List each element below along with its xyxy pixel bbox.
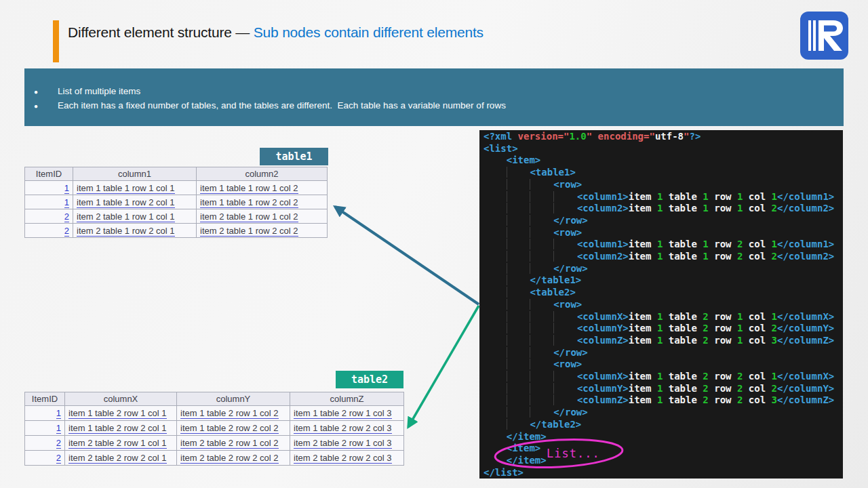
bullet-icon: ● — [34, 100, 58, 113]
data-cell: item 2 table 1 row 1 col 2 — [197, 209, 328, 224]
code-line: </list> — [484, 467, 843, 479]
data-cell: item 1 table 2 row 1 col 2 — [177, 406, 290, 421]
code-line: </item> — [484, 431, 843, 443]
table-row: 2item 2 table 1 row 1 col 1item 2 table … — [25, 209, 328, 224]
code-line: <columnZ>item 1 table 2 row 1 col 3</col… — [484, 335, 843, 347]
table-row: 2item 2 table 1 row 2 col 1item 2 table … — [25, 224, 328, 238]
table-row: 1item 1 table 1 row 1 col 1item 1 table … — [25, 181, 328, 195]
code-line: </row> — [484, 407, 843, 419]
code-line: </row> — [484, 215, 843, 227]
item-id-cell: 1 — [25, 195, 73, 209]
data-cell: item 1 table 2 row 2 col 1 — [65, 421, 177, 436]
data-cell: item 1 table 2 row 2 col 3 — [290, 421, 404, 436]
xml-code-panel: <?xml version="1.0" encoding="utf-8"?><l… — [479, 130, 843, 479]
code-line: <row> — [484, 299, 843, 311]
code-line: </row> — [484, 263, 843, 275]
code-line: <list> — [484, 143, 843, 155]
bullet-item: ● List of multiple items — [34, 85, 844, 99]
table-row: 1item 1 table 1 row 2 col 1item 1 table … — [25, 195, 328, 209]
data-cell: item 1 table 1 row 1 col 1 — [73, 181, 197, 195]
slide-title-main: Different element structure — — [68, 24, 254, 40]
code-line: </row> — [484, 347, 843, 359]
column-header: ItemID — [25, 392, 65, 406]
table2-grid: ItemIDcolumnXcolumnYcolumnZ1item 1 table… — [24, 392, 404, 466]
code-line: <row> — [484, 359, 843, 371]
logo-bar-icon — [813, 20, 816, 51]
column-header: column1 — [73, 167, 197, 181]
column-header: ItemID — [25, 167, 73, 181]
item-id-cell: 1 — [25, 181, 73, 195]
code-line: <?xml version="1.0" encoding="utf-8"?> — [484, 131, 843, 143]
data-cell: item 1 table 1 row 1 col 2 — [197, 181, 328, 195]
column-header: columnZ — [290, 392, 404, 406]
data-cell: item 1 table 1 row 2 col 2 — [197, 195, 328, 209]
code-line: <columnX>item 1 table 2 row 1 col 1</col… — [484, 311, 843, 323]
data-cell: item 2 table 2 row 1 col 3 — [290, 436, 404, 451]
code-line: <table2> — [484, 287, 843, 299]
item-id-cell: 2 — [25, 224, 73, 238]
data-cell: item 1 table 2 row 1 col 1 — [65, 406, 177, 421]
accent-bar — [53, 20, 59, 62]
item-id-cell: 2 — [25, 451, 65, 466]
bullet-banner: ● List of multiple items ● Each item has… — [24, 68, 844, 126]
code-line: <column1>item 1 table 1 row 1 col 1</col… — [484, 191, 843, 203]
header-row: ItemIDcolumn1column2 — [25, 167, 328, 181]
data-cell: item 1 table 2 row 1 col 3 — [290, 406, 404, 421]
bullet-item: ● Each item has a fixed number of tables… — [34, 99, 844, 113]
code-line: <columnZ>item 1 table 2 row 2 col 3</col… — [484, 394, 843, 407]
table-row: 2item 2 table 2 row 2 col 1item 2 table … — [25, 451, 404, 466]
code-line: <column2>item 1 table 1 row 1 col 2</col… — [484, 203, 843, 215]
r-logo — [799, 10, 850, 61]
table1-grid: ItemIDcolumn1column21item 1 table 1 row … — [24, 167, 328, 238]
code-line: <table1> — [484, 167, 843, 179]
data-cell: item 2 table 2 row 2 col 2 — [177, 451, 290, 466]
data-cell: item 2 table 2 row 1 col 1 — [65, 436, 177, 451]
table1-label: table1 — [260, 148, 328, 165]
column-header: columnX — [65, 392, 177, 406]
code-line: <column1>item 1 table 1 row 2 col 1</col… — [484, 239, 843, 251]
bullet-text: List of multiple items — [58, 85, 140, 98]
list-annotation-text: List... — [547, 447, 600, 460]
table-row: 1item 1 table 2 row 2 col 1item 1 table … — [25, 421, 404, 436]
table-row: 2item 2 table 2 row 1 col 1item 2 table … — [25, 436, 404, 451]
data-cell: item 2 table 2 row 2 col 1 — [65, 451, 177, 466]
bullet-text: Each item has a fixed number of tables, … — [58, 99, 506, 113]
code-line: <columnY>item 1 table 2 row 1 col 2</col… — [484, 323, 843, 335]
code-line: <columnX>item 1 table 2 row 2 col 1</col… — [484, 371, 843, 383]
code-line: <item> — [484, 155, 843, 167]
data-cell: item 2 table 2 row 1 col 2 — [177, 436, 290, 451]
bullet-icon: ● — [34, 85, 58, 99]
item-id-cell: 2 — [25, 209, 73, 224]
item-id-cell: 1 — [25, 421, 65, 436]
logo-bar-icon — [808, 20, 811, 51]
column-header: column2 — [197, 167, 328, 181]
code-line: </table1> — [484, 274, 843, 287]
code-line: <row> — [484, 227, 843, 239]
table-row: 1item 1 table 2 row 1 col 1item 1 table … — [25, 406, 404, 421]
data-cell: item 1 table 2 row 2 col 2 — [177, 421, 290, 436]
arrow-to-table1 — [335, 207, 479, 304]
code-line: <columnY>item 1 table 2 row 2 col 2</col… — [484, 383, 843, 395]
data-cell: item 2 table 1 row 1 col 1 — [73, 209, 197, 224]
data-cell: item 1 table 1 row 2 col 1 — [73, 195, 197, 209]
data-cell: item 2 table 1 row 2 col 1 — [73, 224, 197, 238]
slide-title-highlight: Sub nodes contain different elements — [254, 24, 484, 40]
item-id-cell: 2 — [25, 436, 65, 451]
arrow-to-table2 — [408, 306, 479, 427]
code-line: </item> — [484, 455, 843, 467]
header-row: ItemIDcolumnXcolumnYcolumnZ — [25, 392, 404, 406]
column-header: columnY — [177, 392, 290, 406]
table2-label: table2 — [336, 371, 403, 388]
data-cell: item 2 table 2 row 2 col 3 — [290, 451, 404, 466]
code-line: <row> — [484, 179, 843, 191]
code-line: <item> — [484, 443, 843, 455]
code-line: <column2>item 1 table 1 row 2 col 2</col… — [484, 251, 843, 263]
data-cell: item 2 table 1 row 2 col 2 — [197, 224, 328, 238]
code-line: </table2> — [484, 419, 843, 431]
slide-title: Different element structure — Sub nodes … — [68, 24, 484, 41]
item-id-cell: 1 — [25, 406, 65, 421]
